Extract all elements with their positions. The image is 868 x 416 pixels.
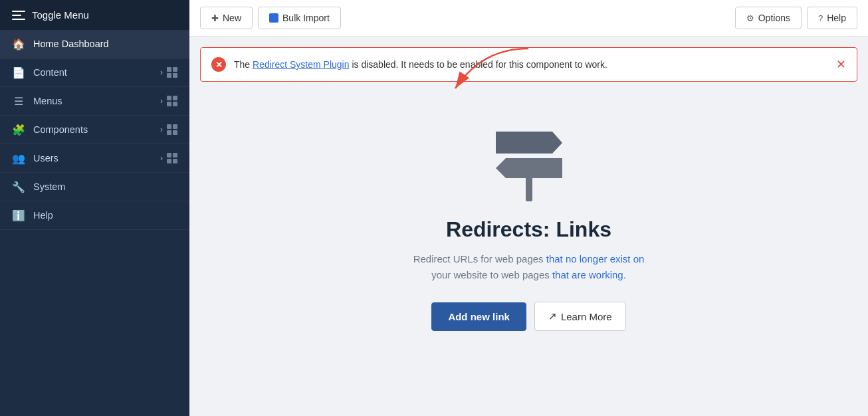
content-area: ✕ The Redirect System Plugin is disabled… bbox=[189, 37, 868, 416]
sidebar-item-users-label: Users bbox=[33, 153, 58, 163]
bulk-icon bbox=[269, 13, 278, 23]
alert-close-button[interactable]: ✕ bbox=[836, 58, 846, 70]
alert-text-after: is disabled. It needs to be enabled for … bbox=[350, 59, 607, 70]
help-icon: ℹ️ bbox=[12, 209, 25, 222]
gear-icon: ⚙ bbox=[746, 13, 754, 23]
svg-marker-2 bbox=[496, 132, 562, 154]
chevron-right-icon3: › bbox=[160, 125, 163, 134]
options-label: Options bbox=[758, 13, 790, 23]
components-icon: 🧩 bbox=[12, 123, 25, 136]
page-description: Redirect URLs for web pages that no long… bbox=[413, 251, 645, 283]
question-icon: ? bbox=[818, 13, 823, 23]
help-button-label: Help bbox=[827, 13, 846, 23]
grid-icon4 bbox=[167, 153, 177, 163]
sidebar-item-content-label: Content bbox=[33, 67, 67, 78]
signpost-icon bbox=[489, 115, 569, 201]
options-button[interactable]: ⚙ Options bbox=[735, 7, 802, 29]
desc-highlight1: that no longer exist on bbox=[546, 253, 645, 264]
chevron-right-icon: › bbox=[160, 68, 163, 77]
desc-part2: your website to web pages bbox=[431, 269, 552, 280]
desc-highlight2: that are working. bbox=[552, 269, 626, 280]
learn-more-button[interactable]: ↗ Learn More bbox=[534, 302, 626, 331]
sidebar-item-components-label: Components bbox=[33, 124, 88, 135]
home-icon: 🏠 bbox=[12, 37, 25, 51]
plus-icon: ✚ bbox=[211, 13, 219, 23]
redirect-plugin-link[interactable]: Redirect System Plugin bbox=[253, 59, 350, 70]
sidebar-item-users[interactable]: 👥 Users › bbox=[0, 144, 189, 173]
toolbar: ✚ New Bulk Import ⚙ Options ? Help bbox=[189, 0, 868, 37]
sidebar-item-menus[interactable]: ☰ Menus › bbox=[0, 87, 189, 116]
grid-icon bbox=[167, 67, 177, 78]
chevron-right-icon2: › bbox=[160, 96, 163, 106]
desc-part1: Redirect URLs for web pages bbox=[413, 253, 546, 264]
action-buttons: Add new link ↗ Learn More bbox=[431, 302, 625, 331]
sidebar: Toggle Menu 🏠 Home Dashboard 📄 Content ›… bbox=[0, 0, 189, 416]
system-icon: 🔧 bbox=[12, 180, 25, 193]
content-icon: 📄 bbox=[12, 66, 25, 79]
grid-icon3 bbox=[167, 124, 177, 135]
alert-text-before: The bbox=[234, 59, 253, 70]
menus-icon: ☰ bbox=[12, 94, 25, 108]
alert-icon: ✕ bbox=[211, 57, 226, 72]
sidebar-item-help-label: Help bbox=[33, 210, 53, 221]
sidebar-item-home[interactable]: 🏠 Home Dashboard bbox=[0, 30, 189, 58]
sidebar-item-help[interactable]: ℹ️ Help bbox=[0, 201, 189, 230]
sidebar-item-home-label: Home Dashboard bbox=[33, 39, 109, 49]
sidebar-item-menus-label: Menus bbox=[33, 96, 62, 106]
page-title: Redirects: Links bbox=[446, 217, 611, 242]
sidebar-item-content[interactable]: 📄 Content › bbox=[0, 58, 189, 87]
alert-text: The Redirect System Plugin is disabled. … bbox=[234, 59, 607, 70]
toggle-menu-button[interactable]: Toggle Menu bbox=[0, 0, 189, 30]
add-new-link-button[interactable]: Add new link bbox=[431, 302, 526, 331]
new-button[interactable]: ✚ New bbox=[200, 7, 253, 29]
help-button[interactable]: ? Help bbox=[807, 7, 857, 29]
sidebar-item-system-label: System bbox=[33, 181, 65, 192]
alert-banner: ✕ The Redirect System Plugin is disabled… bbox=[200, 47, 857, 82]
empty-state: Redirects: Links Redirect URLs for web p… bbox=[200, 95, 857, 344]
hamburger-icon bbox=[12, 11, 25, 20]
external-link-icon: ↗ bbox=[548, 310, 557, 322]
grid-icon2 bbox=[167, 96, 177, 106]
svg-marker-3 bbox=[496, 158, 562, 178]
users-icon: 👥 bbox=[12, 152, 25, 165]
learn-more-label: Learn More bbox=[561, 311, 612, 322]
main-content: ✚ New Bulk Import ⚙ Options ? Help bbox=[189, 0, 868, 416]
bulk-import-button[interactable]: Bulk Import bbox=[258, 7, 341, 29]
new-button-label: New bbox=[223, 13, 241, 23]
chevron-right-icon4: › bbox=[160, 154, 163, 163]
toggle-menu-label: Toggle Menu bbox=[32, 9, 89, 21]
sidebar-item-components[interactable]: 🧩 Components › bbox=[0, 116, 189, 144]
bulk-import-label: Bulk Import bbox=[282, 13, 330, 23]
sidebar-item-system[interactable]: 🔧 System bbox=[0, 173, 189, 201]
